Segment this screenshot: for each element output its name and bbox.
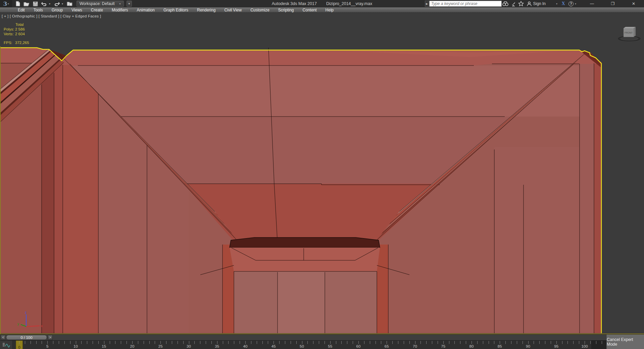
toolbar-overflow-button[interactable]: ▾ [127,1,132,7]
frame-tick [268,341,268,344]
next-frame-button[interactable]: > [48,335,53,340]
stats-polys-value: 2 586 [15,27,25,31]
menu-civil-view[interactable]: Civil View [220,7,246,13]
frame-tick [211,341,212,344]
frame-tick [579,341,579,344]
new-file-button[interactable] [14,1,21,7]
frame-number-label: 50 [297,344,307,348]
frame-number-label: 90 [523,344,533,348]
frame-tick [279,341,280,344]
frame-tick [251,341,251,344]
exchange-apps-button[interactable]: X [559,0,567,7]
project-folder-button[interactable] [66,1,73,7]
frame-tick [274,341,274,344]
undo-caret-icon[interactable]: ▾ [49,2,52,5]
menu-edit[interactable]: Edit [13,7,29,13]
frame-tick [325,341,325,344]
frame-tick [19,341,19,344]
track-bar[interactable]: 0 51015202530354045505560657075808590951… [0,340,644,349]
frame-tick [76,341,76,344]
fps-label: FPS: [4,41,12,45]
save-button[interactable] [32,1,39,7]
viewcube-right-face[interactable] [634,27,636,37]
save-floppy-icon [33,1,38,6]
frame-tick [562,341,562,344]
menu-create[interactable]: Create [87,7,107,13]
frame-tick [138,341,138,344]
frame-number-label: 30 [184,344,194,348]
frame-tick [127,341,127,344]
frame-tick [381,341,381,344]
cancel-expert-mode-button[interactable]: Cancel Expert Mode [606,335,644,349]
menu-tools[interactable]: Tools [29,7,47,13]
help-button[interactable]: ? [567,0,575,7]
frame-tick [336,341,336,344]
sign-in-label: Sign In [533,1,546,6]
menu-content[interactable]: Content [298,7,321,13]
fps-value: 372,265 [15,41,29,45]
maximize-button[interactable]: ❐ [602,0,623,7]
frame-tick [477,341,478,344]
search-input[interactable] [429,1,502,7]
frame-tick [454,341,455,344]
frame-tick [438,341,438,344]
frame-number-label: 75 [438,344,448,348]
frame-tick [234,341,234,344]
favorites-button[interactable] [517,0,525,7]
frame-number-label: 25 [155,344,165,348]
viewcube-top-face[interactable] [624,27,636,28]
frame-tick [228,341,229,344]
frame-tick [534,341,534,344]
close-button[interactable]: ✕ [623,0,644,7]
help-caret-icon[interactable]: ▾ [575,2,576,5]
frame-number-label: 35 [212,344,222,348]
menu-modifiers[interactable]: Modifiers [107,7,133,13]
viewport-canvas[interactable] [0,13,644,334]
menu-graph-editors[interactable]: Graph Editors [159,7,193,13]
menu-views[interactable]: Views [67,7,87,13]
open-file-button[interactable] [23,1,30,7]
search-button[interactable] [502,0,509,7]
workspace-selector[interactable]: Workspace: Default ▾ [77,1,124,7]
frame-tick [200,341,200,344]
frame-tick [178,341,178,344]
view-cube[interactable]: FRONT [617,20,641,44]
frame-number-label: 20 [127,344,137,348]
stats-total-label: Total [15,23,23,27]
open-folder-icon [23,1,30,6]
frame-tick [449,341,449,344]
previous-frame-button[interactable]: < [1,335,6,340]
frame-tick [387,341,387,344]
menu-scripting[interactable]: Scripting [274,7,298,13]
frame-tick [398,341,398,344]
logo-caret-icon: ▾ [7,2,9,5]
frame-number-label: 80 [466,344,477,348]
menu-animation[interactable]: Animation [133,7,159,13]
sign-in-caret-icon: ▾ [556,2,557,5]
menu-group[interactable]: Group [47,7,67,13]
frame-number-label: 45 [268,344,279,348]
sign-in-button[interactable]: Sign In ▾ [527,1,557,6]
frame-tick [296,341,297,344]
viewport-label[interactable]: [ + ] [ Orthographic ] [ Standard ] [ Cl… [2,14,101,18]
redo-caret-icon[interactable]: ▾ [62,2,64,5]
menu-rendering[interactable]: Rendering [193,7,220,13]
search-expand-button[interactable]: ▶ [425,1,429,7]
frame-tick [415,341,415,344]
frame-tick [115,341,115,344]
undo-button[interactable] [40,1,48,7]
frame-tick [53,341,53,344]
communication-center-button[interactable] [509,0,517,7]
frame-tick [172,341,172,344]
time-slider[interactable]: 0 / 100 [6,335,47,340]
menu-customize[interactable]: Customize [246,7,274,13]
menu-help[interactable]: Help [321,7,338,13]
frame-tick [223,341,223,344]
viewport[interactable]: [ + ] [ Orthographic ] [ Standard ] [ Cl… [0,13,644,334]
minimize-button[interactable]: — [582,0,602,7]
frame-tick [36,341,37,344]
redo-button[interactable] [53,1,60,7]
frame-tick [409,341,410,344]
app-logo[interactable]: 3 ▾ [0,0,12,7]
mini-curve-editor-button[interactable] [0,341,12,349]
